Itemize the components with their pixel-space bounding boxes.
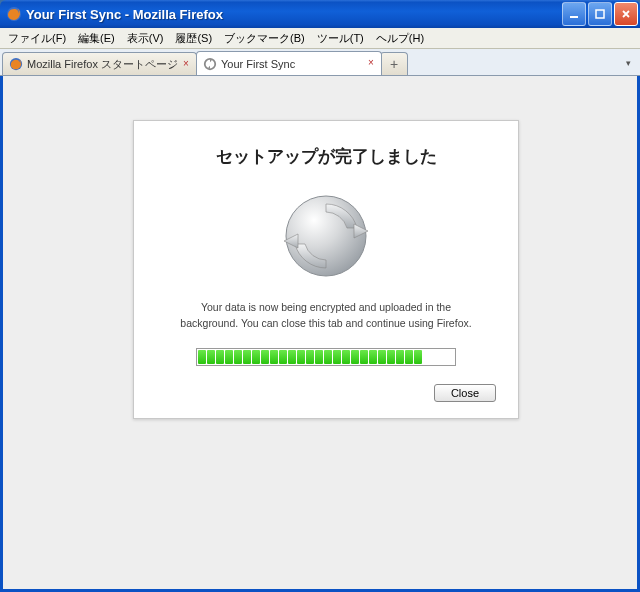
progress-segment bbox=[405, 350, 413, 364]
progress-bar bbox=[196, 348, 456, 366]
progress-segment bbox=[225, 350, 233, 364]
tabbar: Mozilla Firefox スタートページ × Your First Syn… bbox=[0, 49, 640, 76]
content-area: セットアップが完了しました bbox=[0, 76, 640, 592]
minimize-button[interactable] bbox=[562, 2, 586, 26]
svg-rect-1 bbox=[570, 16, 578, 18]
titlebar[interactable]: Your First Sync - Mozilla Firefox bbox=[0, 0, 640, 28]
progress-segment bbox=[396, 350, 404, 364]
tab-startpage[interactable]: Mozilla Firefox スタートページ × bbox=[2, 52, 197, 75]
maximize-button[interactable] bbox=[588, 2, 612, 26]
sync-large-icon bbox=[276, 186, 376, 286]
progress-segment bbox=[297, 350, 305, 364]
progress-segment bbox=[306, 350, 314, 364]
window: Your First Sync - Mozilla Firefox ファイル(F… bbox=[0, 0, 640, 592]
menubar: ファイル(F) 編集(E) 表示(V) 履歴(S) ブックマーク(B) ツール(… bbox=[0, 28, 640, 49]
window-buttons bbox=[562, 2, 638, 26]
close-icon[interactable]: × bbox=[180, 57, 192, 69]
menu-tools[interactable]: ツール(T) bbox=[311, 29, 370, 48]
firefox-icon bbox=[9, 57, 23, 71]
menu-edit[interactable]: 編集(E) bbox=[72, 29, 121, 48]
progress-segment bbox=[414, 350, 422, 364]
svg-rect-2 bbox=[596, 10, 604, 18]
progress-segment bbox=[234, 350, 242, 364]
menu-bookmarks[interactable]: ブックマーク(B) bbox=[218, 29, 311, 48]
progress-segment bbox=[351, 350, 359, 364]
progress-segment bbox=[315, 350, 323, 364]
menu-file[interactable]: ファイル(F) bbox=[2, 29, 72, 48]
progress-segment bbox=[342, 350, 350, 364]
new-tab-button[interactable]: + bbox=[380, 52, 408, 75]
progress-segment bbox=[198, 350, 206, 364]
progress-segment bbox=[387, 350, 395, 364]
menu-history[interactable]: 履歴(S) bbox=[169, 29, 218, 48]
progress-segment bbox=[324, 350, 332, 364]
progress-segment bbox=[207, 350, 215, 364]
window-title: Your First Sync - Mozilla Firefox bbox=[26, 7, 562, 22]
progress-segment bbox=[243, 350, 251, 364]
progress-segment bbox=[360, 350, 368, 364]
menu-view[interactable]: 表示(V) bbox=[121, 29, 170, 48]
tab-first-sync[interactable]: Your First Sync × bbox=[196, 51, 382, 75]
close-icon[interactable]: × bbox=[365, 56, 377, 68]
panel-heading: セットアップが完了しました bbox=[156, 145, 496, 168]
tab-list-dropdown[interactable]: ▾ bbox=[620, 55, 636, 71]
progress-segment bbox=[252, 350, 260, 364]
progress-segment bbox=[333, 350, 341, 364]
panel-description: Your data is now being encrypted and upl… bbox=[156, 300, 496, 332]
progress-segment bbox=[216, 350, 224, 364]
progress-segment bbox=[369, 350, 377, 364]
menu-help[interactable]: ヘルプ(H) bbox=[370, 29, 430, 48]
progress-segment bbox=[378, 350, 386, 364]
tab-label: Mozilla Firefox スタートページ bbox=[27, 57, 178, 72]
progress-segment bbox=[261, 350, 269, 364]
tab-label: Your First Sync bbox=[221, 58, 295, 70]
close-window-button[interactable] bbox=[614, 2, 638, 26]
sync-complete-panel: セットアップが完了しました bbox=[133, 120, 519, 419]
sync-icon bbox=[203, 57, 217, 71]
progress-segment bbox=[288, 350, 296, 364]
progress-segment bbox=[279, 350, 287, 364]
close-button[interactable]: Close bbox=[434, 384, 496, 402]
firefox-icon bbox=[6, 6, 22, 22]
progress-segment bbox=[270, 350, 278, 364]
